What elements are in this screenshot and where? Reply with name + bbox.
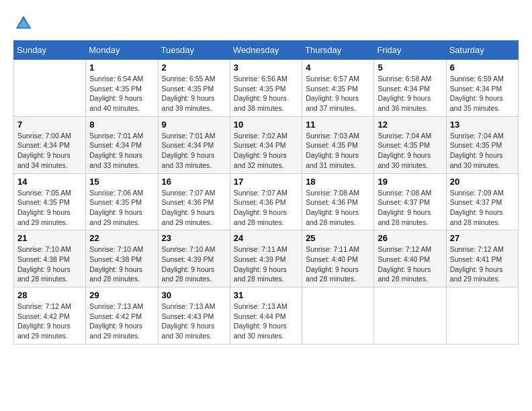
day-number: 26 (378, 233, 442, 243)
day-info: Sunrise: 7:13 AMSunset: 4:42 PMDaylight:… (89, 302, 154, 341)
logo-icon (13, 13, 34, 34)
day-cell: 1Sunrise: 6:54 AMSunset: 4:35 PMDaylight… (86, 60, 158, 117)
day-number: 22 (89, 233, 154, 243)
day-number: 3 (234, 62, 298, 73)
day-number: 8 (89, 120, 154, 130)
day-cell: 14Sunrise: 7:05 AMSunset: 4:35 PMDayligh… (14, 173, 86, 230)
day-number: 30 (162, 290, 226, 300)
weekday-header-monday: Monday (86, 41, 158, 60)
day-info: Sunrise: 7:08 AMSunset: 4:37 PMDaylight:… (378, 188, 442, 228)
day-info: Sunrise: 7:04 AMSunset: 4:35 PMDaylight:… (450, 131, 515, 171)
calendar: SundayMondayTuesdayWednesdayThursdayFrid… (13, 40, 519, 345)
week-row-1: 1Sunrise: 6:54 AMSunset: 4:35 PMDaylight… (14, 60, 519, 117)
day-cell (446, 287, 518, 345)
day-cell: 31Sunrise: 7:13 AMSunset: 4:44 PMDayligh… (230, 287, 302, 345)
day-number: 29 (89, 290, 154, 300)
day-cell (302, 287, 374, 345)
day-number: 6 (450, 62, 515, 73)
day-number: 20 (450, 177, 515, 187)
day-info: Sunrise: 7:08 AMSunset: 4:36 PMDaylight:… (306, 188, 370, 228)
day-info: Sunrise: 7:10 AMSunset: 4:38 PMDaylight:… (89, 244, 154, 284)
weekday-header-thursday: Thursday (302, 41, 374, 60)
day-cell: 22Sunrise: 7:10 AMSunset: 4:38 PMDayligh… (86, 230, 158, 287)
day-number: 11 (306, 120, 370, 130)
day-number: 27 (450, 233, 515, 243)
weekday-header-row: SundayMondayTuesdayWednesdayThursdayFrid… (14, 41, 519, 60)
day-info: Sunrise: 6:54 AMSunset: 4:35 PMDaylight:… (89, 74, 154, 113)
day-cell: 29Sunrise: 7:13 AMSunset: 4:42 PMDayligh… (86, 287, 158, 345)
day-number: 9 (162, 120, 226, 130)
day-cell: 30Sunrise: 7:13 AMSunset: 4:43 PMDayligh… (158, 287, 230, 345)
day-number: 2 (162, 62, 226, 73)
day-number: 5 (378, 62, 442, 73)
day-cell: 26Sunrise: 7:12 AMSunset: 4:40 PMDayligh… (374, 230, 446, 287)
day-info: Sunrise: 7:10 AMSunset: 4:38 PMDaylight:… (17, 244, 82, 284)
day-info: Sunrise: 6:55 AMSunset: 4:35 PMDaylight:… (162, 74, 226, 113)
day-number: 24 (234, 233, 298, 243)
day-info: Sunrise: 7:07 AMSunset: 4:36 PMDaylight:… (162, 188, 226, 228)
day-number: 19 (378, 177, 442, 187)
day-info: Sunrise: 7:04 AMSunset: 4:35 PMDaylight:… (378, 131, 442, 171)
day-cell: 9Sunrise: 7:01 AMSunset: 4:34 PMDaylight… (158, 116, 230, 173)
day-info: Sunrise: 7:11 AMSunset: 4:39 PMDaylight:… (234, 244, 298, 284)
day-info: Sunrise: 7:12 AMSunset: 4:41 PMDaylight:… (450, 244, 515, 284)
week-row-3: 14Sunrise: 7:05 AMSunset: 4:35 PMDayligh… (14, 173, 519, 230)
weekday-header-friday: Friday (374, 41, 446, 60)
day-cell: 25Sunrise: 7:11 AMSunset: 4:40 PMDayligh… (302, 230, 374, 287)
day-cell (14, 60, 86, 117)
day-info: Sunrise: 7:11 AMSunset: 4:40 PMDaylight:… (306, 244, 370, 284)
day-number: 31 (234, 290, 298, 300)
day-number: 4 (306, 62, 370, 73)
day-cell: 4Sunrise: 6:57 AMSunset: 4:35 PMDaylight… (302, 60, 374, 117)
day-number: 1 (89, 62, 154, 73)
day-info: Sunrise: 7:02 AMSunset: 4:34 PMDaylight:… (234, 131, 298, 171)
day-cell: 13Sunrise: 7:04 AMSunset: 4:35 PMDayligh… (446, 116, 518, 173)
weekday-header-saturday: Saturday (446, 41, 518, 60)
weekday-header-tuesday: Tuesday (158, 41, 230, 60)
logo (13, 13, 36, 34)
day-cell: 15Sunrise: 7:06 AMSunset: 4:35 PMDayligh… (86, 173, 158, 230)
day-number: 13 (450, 120, 515, 130)
day-info: Sunrise: 7:12 AMSunset: 4:40 PMDaylight:… (378, 244, 442, 284)
day-number: 14 (17, 177, 82, 187)
week-row-4: 21Sunrise: 7:10 AMSunset: 4:38 PMDayligh… (14, 230, 519, 287)
day-cell: 12Sunrise: 7:04 AMSunset: 4:35 PMDayligh… (374, 116, 446, 173)
day-cell: 6Sunrise: 6:59 AMSunset: 4:34 PMDaylight… (446, 60, 518, 117)
day-number: 16 (162, 177, 226, 187)
day-cell: 3Sunrise: 6:56 AMSunset: 4:35 PMDaylight… (230, 60, 302, 117)
day-info: Sunrise: 7:13 AMSunset: 4:43 PMDaylight:… (162, 302, 226, 341)
day-number: 23 (162, 233, 226, 243)
day-info: Sunrise: 7:10 AMSunset: 4:39 PMDaylight:… (162, 244, 226, 284)
day-number: 7 (17, 120, 82, 130)
day-info: Sunrise: 7:13 AMSunset: 4:44 PMDaylight:… (234, 302, 298, 341)
day-number: 10 (234, 120, 298, 130)
day-info: Sunrise: 7:05 AMSunset: 4:35 PMDaylight:… (17, 188, 82, 228)
day-info: Sunrise: 6:58 AMSunset: 4:34 PMDaylight:… (378, 74, 442, 113)
day-info: Sunrise: 7:03 AMSunset: 4:35 PMDaylight:… (306, 131, 370, 171)
day-cell: 20Sunrise: 7:09 AMSunset: 4:37 PMDayligh… (446, 173, 518, 230)
day-number: 15 (89, 177, 154, 187)
day-cell: 23Sunrise: 7:10 AMSunset: 4:39 PMDayligh… (158, 230, 230, 287)
day-info: Sunrise: 7:00 AMSunset: 4:34 PMDaylight:… (17, 131, 82, 171)
weekday-header-wednesday: Wednesday (230, 41, 302, 60)
day-cell: 28Sunrise: 7:12 AMSunset: 4:42 PMDayligh… (14, 287, 86, 345)
day-number: 18 (306, 177, 370, 187)
day-number: 17 (234, 177, 298, 187)
day-cell: 8Sunrise: 7:01 AMSunset: 4:34 PMDaylight… (86, 116, 158, 173)
day-number: 21 (17, 233, 82, 243)
day-cell: 16Sunrise: 7:07 AMSunset: 4:36 PMDayligh… (158, 173, 230, 230)
day-info: Sunrise: 7:09 AMSunset: 4:37 PMDaylight:… (450, 188, 515, 228)
day-number: 12 (378, 120, 442, 130)
day-cell: 11Sunrise: 7:03 AMSunset: 4:35 PMDayligh… (302, 116, 374, 173)
day-cell: 17Sunrise: 7:07 AMSunset: 4:36 PMDayligh… (230, 173, 302, 230)
day-cell: 7Sunrise: 7:00 AMSunset: 4:34 PMDaylight… (14, 116, 86, 173)
day-info: Sunrise: 7:01 AMSunset: 4:34 PMDaylight:… (162, 131, 226, 171)
day-cell: 27Sunrise: 7:12 AMSunset: 4:41 PMDayligh… (446, 230, 518, 287)
day-cell: 10Sunrise: 7:02 AMSunset: 4:34 PMDayligh… (230, 116, 302, 173)
day-cell: 2Sunrise: 6:55 AMSunset: 4:35 PMDaylight… (158, 60, 230, 117)
day-info: Sunrise: 7:07 AMSunset: 4:36 PMDaylight:… (234, 188, 298, 228)
page-header (13, 13, 519, 34)
day-cell: 18Sunrise: 7:08 AMSunset: 4:36 PMDayligh… (302, 173, 374, 230)
day-cell: 5Sunrise: 6:58 AMSunset: 4:34 PMDaylight… (374, 60, 446, 117)
day-info: Sunrise: 6:57 AMSunset: 4:35 PMDaylight:… (306, 74, 370, 113)
